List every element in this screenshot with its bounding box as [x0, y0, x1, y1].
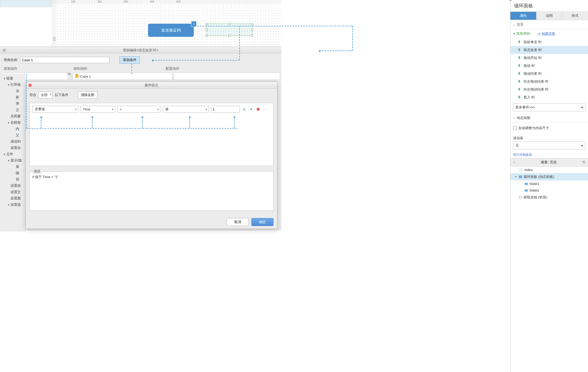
expand-toggle[interactable]: ▼: [3, 77, 6, 80]
tab-style[interactable]: 样式: [562, 12, 588, 20]
configure-action-panel[interactable]: [174, 73, 280, 80]
condition-titlebar[interactable]: 条件设立: [26, 82, 277, 89]
collapse-icon[interactable]: ↖: [513, 160, 516, 164]
auto-fit-checkbox-row[interactable]: 自动调整为内容尺寸: [513, 125, 585, 132]
case-label[interactable]: Case 1: [80, 74, 91, 78]
expand-toggle[interactable]: ▼: [7, 84, 11, 86]
close-icon[interactable]: [3, 49, 6, 52]
match-mode-select[interactable]: 全部: [38, 92, 53, 98]
description-text: if 值于 Time > "1": [32, 175, 58, 179]
create-link-button[interactable]: ⚯ 创建连接: [538, 31, 555, 36]
scrollbar-thumb[interactable]: [68, 73, 71, 75]
resize-handle[interactable]: [229, 23, 231, 25]
expand-toggle[interactable]: ▼: [7, 204, 11, 206]
event-item[interactable]: 拖动结束 时: [510, 70, 588, 78]
action-tree-node[interactable]: 显: [0, 164, 26, 170]
add-case-button[interactable]: + 添加用例: [513, 31, 530, 36]
action-tree-node[interactable]: ▼打开链: [0, 82, 26, 88]
case-editor-title: 用例编辑<状态改变 时>: [123, 48, 159, 52]
description-wrap: 描述 if 值于 Time > "1": [29, 171, 273, 211]
action-tree-node[interactable]: 父: [0, 132, 26, 138]
event-item[interactable]: 鼠标单击 时: [510, 38, 588, 46]
add-condition-button[interactable]: 添加条件: [119, 56, 140, 64]
expand-toggle[interactable]: ▼: [515, 175, 517, 178]
resize-handle[interactable]: [206, 29, 208, 31]
action-tree-node[interactable]: 内: [0, 126, 26, 132]
event-item[interactable]: 载入 时: [510, 93, 588, 101]
section-dynamic-panel-header[interactable]: ⌄ 动态面板: [510, 113, 588, 123]
selected-dynamic-panel[interactable]: [206, 24, 252, 36]
condition-type-select[interactable]: 变量值: [32, 106, 78, 113]
operator-select[interactable]: >: [117, 106, 161, 113]
expand-toggle[interactable]: ▼: [3, 153, 6, 156]
tab-properties[interactable]: 属性: [510, 12, 536, 20]
action-tree-node[interactable]: ▼元件: [0, 151, 26, 157]
description-label: 描述: [32, 169, 42, 174]
link-icon: ⚯: [538, 32, 540, 36]
cancel-button[interactable]: 取消: [227, 218, 249, 226]
more-events-dropdown[interactable]: 更多事件>>> ▾: [513, 103, 585, 111]
ruler-vertical: 100: [52, 4, 57, 47]
case-editor-titlebar[interactable]: 用例编辑<状态改变 时>: [0, 47, 281, 54]
value-input[interactable]: [211, 106, 240, 113]
chevron-down-icon: ⌄: [513, 23, 515, 26]
action-tree-node[interactable]: 设置面: [0, 183, 26, 189]
canvas-grid[interactable]: 发送验证码 1: [57, 4, 281, 46]
action-tree-node[interactable]: 当: [0, 88, 26, 94]
action-tree-node[interactable]: 新: [0, 94, 26, 100]
scrollbar-select[interactable]: 无 ▾: [513, 142, 585, 149]
action-tree-node[interactable]: ▼显示/隐: [0, 157, 26, 164]
resize-handle[interactable]: [206, 34, 208, 37]
ok-button[interactable]: 确定: [251, 218, 273, 226]
outline-row[interactable]: State2: [510, 187, 588, 194]
action-tree-node[interactable]: ▼链接: [0, 75, 26, 82]
event-item[interactable]: 拖动开始 时: [510, 54, 588, 62]
action-tree[interactable]: ▼链接▼打开链当新弹父关闭窗▼在框架内父滚动到设置自▼元件▼显示/隐显隐切设置面…: [0, 74, 26, 232]
resize-handle[interactable]: [229, 34, 231, 37]
condition-builder-dialog: 条件设立 符合 全部 以下条件 清除全部 变量值 Time > 值 fx + ✖…: [26, 82, 277, 229]
lightning-icon: [518, 56, 521, 60]
canvas-sidebar-stub: [0, 0, 52, 7]
organize-action-panel[interactable]: Case 1: [73, 73, 173, 80]
action-tree-node[interactable]: 关闭窗: [0, 113, 26, 119]
event-item[interactable]: 拖动 时: [510, 62, 588, 70]
action-tree-node[interactable]: 设置文: [0, 189, 26, 195]
send-code-button[interactable]: 发送验证码 1: [148, 24, 194, 37]
variable-select[interactable]: Time: [80, 106, 115, 113]
add-row-icon[interactable]: +: [249, 107, 253, 112]
filter-icon[interactable]: ⚗: [582, 160, 585, 164]
action-tree-node[interactable]: ▼在框架: [0, 119, 26, 126]
action-tree-node[interactable]: 滚动到: [0, 138, 26, 145]
auto-fit-checkbox[interactable]: [513, 126, 517, 130]
action-tree-node[interactable]: 隐: [0, 170, 26, 176]
event-item[interactable]: 向左拖动结束 时: [510, 78, 588, 86]
action-tree-node[interactable]: 设置图: [0, 195, 26, 202]
outline-row[interactable]: State1: [510, 180, 588, 187]
section-interactions-header[interactable]: ⌄ 交互: [510, 20, 588, 29]
clear-all-button[interactable]: 清除全部: [78, 91, 97, 99]
scrollbar[interactable]: [67, 73, 71, 80]
action-tree-node[interactable]: 设置自: [0, 145, 26, 151]
expand-toggle[interactable]: ▼: [7, 122, 11, 124]
outline-row[interactable]: ▼循环面板 (动态面板): [510, 173, 588, 180]
resize-handle[interactable]: [251, 23, 253, 25]
event-item[interactable]: 向右拖动结束 时: [510, 86, 588, 93]
resize-handle[interactable]: [251, 34, 253, 37]
close-icon[interactable]: [28, 84, 32, 87]
action-tree-node[interactable]: ▼设置选: [0, 202, 26, 208]
case-name-input[interactable]: [20, 57, 109, 63]
value-type-select[interactable]: 值: [163, 106, 209, 113]
action-tree-node[interactable]: 父: [0, 107, 26, 113]
outline-row[interactable]: index: [510, 167, 588, 173]
resize-handle[interactable]: [206, 23, 208, 25]
resize-handle[interactable]: [251, 29, 253, 31]
fx-button[interactable]: fx: [242, 107, 247, 111]
expand-toggle[interactable]: ▼: [7, 159, 11, 162]
action-tree-node[interactable]: 弹: [0, 100, 26, 107]
outline-row[interactable]: 获取按钮 (矩形): [510, 194, 588, 201]
event-item[interactable]: 状态改变 时: [510, 46, 588, 54]
delete-row-icon[interactable]: ✖: [255, 107, 261, 112]
description-box: if 值于 Time > "1": [29, 171, 273, 211]
tab-notes[interactable]: 说明: [536, 12, 562, 20]
action-tree-node[interactable]: 切: [0, 176, 26, 183]
